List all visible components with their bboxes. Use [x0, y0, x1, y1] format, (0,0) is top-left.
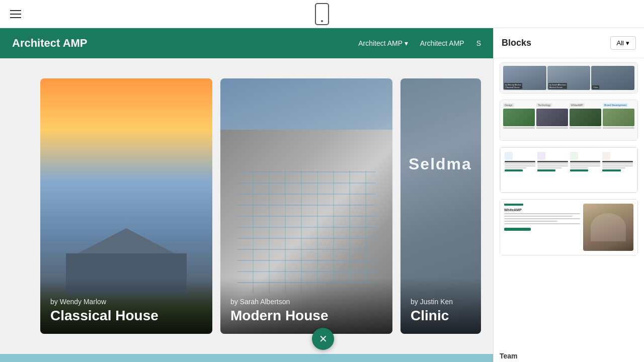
- thumb2-content: Design Technology WhiteAMP: [500, 100, 637, 140]
- thumb1-content: by Wendy MarlowClassical House by Sarah …: [500, 63, 637, 93]
- block-thumb-4col[interactable]: Design Technology WhiteAMP: [500, 100, 638, 141]
- thumb2-item-4: Brand Development: [603, 103, 634, 137]
- card-3-title: Clinic: [411, 308, 471, 324]
- thumb4-line2: [504, 216, 573, 217]
- clinic-sign: Seldma: [409, 155, 472, 173]
- filter-all-button[interactable]: All ▾: [610, 36, 636, 50]
- site-footer: [0, 354, 493, 362]
- thumb4-line4: [504, 221, 557, 222]
- thumb2-item-2: Technology: [536, 103, 568, 137]
- thumb4-brand: WhiteAMP: [504, 208, 580, 212]
- card-1-title: Classical House: [50, 308, 202, 324]
- thumb2-item-3: WhiteAMP: [570, 103, 601, 137]
- thumb2-img-3: [570, 109, 601, 126]
- card-3-author: by Justin Ken: [411, 298, 471, 306]
- mobile-preview-icon[interactable]: [315, 3, 329, 25]
- card-2-title: Modern House: [230, 308, 382, 324]
- thumb4-right: [583, 204, 633, 251]
- thumb4-img: [583, 204, 633, 251]
- card-1-label: by Wendy Marlow Classical House: [40, 278, 212, 334]
- block-thumb-3col[interactable]: by Wendy MarlowClassical House by Sarah …: [500, 62, 638, 94]
- card-clinic[interactable]: Seldma by Justin Ken Clinic: [400, 78, 481, 334]
- phone-dot: [321, 20, 323, 22]
- thumb4-left: WhiteAMP: [504, 204, 580, 251]
- block-thumb-article[interactable]: WhiteAMP: [500, 199, 638, 255]
- thumb2-grid: Design Technology WhiteAMP: [503, 103, 634, 137]
- hamburger-menu[interactable]: [10, 10, 21, 18]
- thumb3-item-3: [570, 152, 601, 188]
- filter-chevron-icon: ▾: [626, 39, 629, 47]
- card-classical-house[interactable]: by Wendy Marlow Classical House: [40, 78, 212, 334]
- thumb4-line5: [504, 223, 580, 224]
- nav-item-2[interactable]: Architect AMP: [420, 39, 464, 47]
- toolbar-center: [315, 3, 329, 25]
- filter-all-label: All: [617, 39, 624, 47]
- nav-item-3[interactable]: S: [476, 39, 481, 47]
- block-thumb-features[interactable]: [500, 147, 638, 193]
- thumb4-line1: [504, 213, 580, 214]
- site-header: Architect AMP Architect AMP Architect AM…: [0, 28, 493, 58]
- thumb1-card-2: by Sarah AlbertsonModern House: [547, 66, 591, 90]
- thumb3-item-2: [537, 152, 568, 188]
- thumb2-item-1: Design: [503, 103, 535, 137]
- blocks-panel: Blocks All ▾ by Wendy MarlowClassical Ho…: [493, 28, 644, 362]
- nav-item-1[interactable]: Architect AMP: [358, 39, 408, 47]
- card-modern-house[interactable]: by Sarah Albertson Modern House: [220, 78, 392, 334]
- preview-area: Architect AMP Architect AMP Architect AM…: [0, 28, 493, 362]
- modern-windows: [237, 170, 375, 293]
- hero-section: by Wendy Marlow Classical House by Sara: [0, 58, 493, 354]
- thumb4-content: WhiteAMP: [500, 200, 637, 255]
- panel-scroll[interactable]: by Wendy MarlowClassical House by Sarah …: [494, 58, 644, 348]
- card-2-label: by Sarah Albertson Modern House: [220, 278, 392, 334]
- thumb1-card-3: Clinic: [591, 66, 634, 90]
- close-panel-button[interactable]: ✕: [312, 328, 334, 350]
- cards-container: by Wendy Marlow Classical House by Sara: [40, 78, 481, 334]
- thumb4-line3: [504, 218, 580, 219]
- card-3-label: by Justin Ken Clinic: [400, 278, 481, 334]
- card-2-author: by Sarah Albertson: [230, 298, 382, 306]
- thumb2-img-4: [603, 109, 634, 126]
- thumb2-img-1: [503, 109, 535, 126]
- card-1-author: by Wendy Marlow: [50, 298, 202, 306]
- thumb3-grid: [505, 152, 633, 188]
- thumb2-img-2: [536, 109, 568, 126]
- website-preview: Architect AMP Architect AMP Architect AM…: [0, 28, 493, 362]
- thumb3-item-4: [602, 152, 633, 188]
- site-nav: Architect AMP Architect AMP S: [358, 39, 481, 47]
- thumb4-btn: [504, 228, 531, 231]
- main-layout: Architect AMP Architect AMP Architect AM…: [0, 28, 644, 362]
- thumb3-item-1: [505, 152, 535, 188]
- thumb1-card-1: by Wendy MarlowClassical House: [503, 66, 546, 90]
- thumb3-content: [500, 147, 637, 193]
- toolbar-left: [10, 10, 21, 18]
- panel-title: Blocks: [502, 38, 531, 48]
- panel-header: Blocks All ▾: [494, 28, 644, 58]
- site-logo: Architect AMP: [12, 37, 358, 50]
- panel-section-team: Team: [494, 348, 644, 362]
- toolbar: [0, 0, 644, 28]
